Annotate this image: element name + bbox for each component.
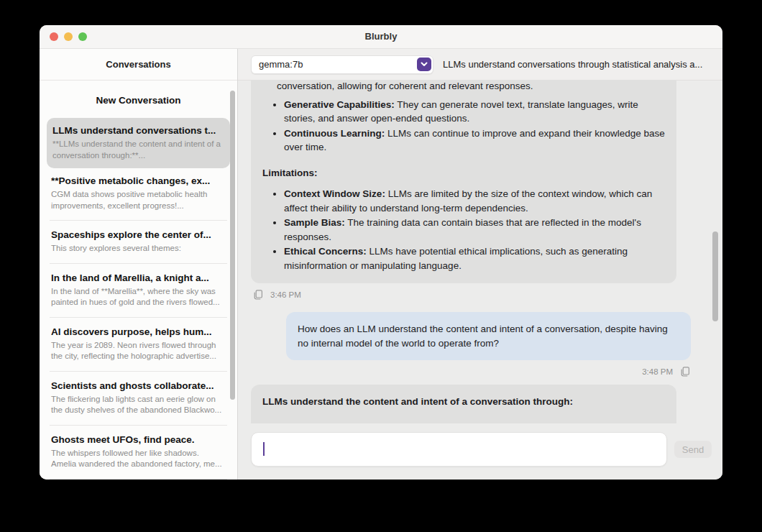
title-bar: Blurbly [40,25,722,49]
conversation-list: New Conversation LLMs understand convers… [40,81,237,480]
conversation-item-preview: CGM data shows positive metabolic health… [51,189,226,211]
divider [50,479,227,480]
message-bullet-list: Context Window Size: LLMs are limited by… [262,187,665,272]
conversation-item-title: Ghosts meet UFOs, find peace. [51,434,226,445]
conversation-item-title: **Positive metabolic changes, ex... [51,175,226,186]
divider [50,425,227,426]
conversation-item[interactable]: **Positive metabolic changes, ex...CGM d… [47,168,230,219]
copy-icon[interactable] [252,289,264,301]
conversation-item-preview: The flickering lab lights cast an eerie … [51,394,226,416]
chat-viewport: conversation, allowing for coherent and … [238,81,722,423]
chat-header: gemma:7b LLMs understand conversations t… [238,49,722,81]
message-bullet: Continuous Learning: LLMs can continue t… [284,127,665,155]
conversation-item[interactable]: AI discovers purpose, helps hum...The ye… [47,319,230,370]
divider [50,317,227,318]
conversation-item[interactable]: Spaceships explore the center of...This … [47,222,230,262]
message-group: conversation, allowing for coherent and … [251,81,708,301]
desktop: Blurbly Conversations New Conversation L… [0,0,762,532]
conversation-item-title: LLMs understand conversations t... [52,125,224,136]
main-pane: gemma:7b LLMs understand conversations t… [238,49,722,480]
window-title: Blurbly [40,25,722,48]
message-meta: 3:46 PM [252,289,707,301]
copy-icon[interactable] [679,366,691,377]
new-conversation-button[interactable]: New Conversation [92,94,185,106]
chevron-down-icon[interactable] [417,58,431,71]
message-heading: 1. Statistical Analysis: [262,421,665,424]
message-group: LLMs understand the content and intent o… [251,385,708,423]
message-input-wrap [251,432,667,467]
conversation-item-preview: In the land of **Marellia**, where the s… [51,286,226,308]
message-bubble-assistant: LLMs understand the content and intent o… [251,385,676,423]
message-heading: LLMs understand the content and intent o… [262,395,665,409]
message-bullet: Sample Bias: The training data can conta… [284,216,665,244]
composer: Send [238,423,722,480]
app-window: Blurbly Conversations New Conversation L… [40,25,722,480]
message-group: How does an LLM understand the content a… [251,312,708,377]
conversation-item-preview: The whispers followed her like shadows. … [51,448,226,470]
message-text: conversation, allowing for coherent and … [262,81,665,93]
model-select-value: gemma:7b [259,56,303,73]
message-input[interactable] [252,433,666,466]
timestamp: 3:46 PM [270,290,301,299]
divider [50,220,227,221]
conversation-item-preview: This story explores several themes: [51,243,226,254]
message-list: conversation, allowing for coherent and … [251,81,708,423]
sidebar: Conversations New Conversation LLMs unde… [40,49,238,480]
conversation-item[interactable]: Ghosts meet UFOs, find peace.The whisper… [47,427,230,477]
conversation-item-title: In the land of Marellia, a knight a... [51,272,226,283]
conversation-item[interactable]: LLMs understand conversations t...**LLMs… [47,118,230,168]
sidebar-title: Conversations [40,49,237,81]
message-bullet-list: Generative Capabilities: They can genera… [262,98,665,155]
sidebar-scrollbar[interactable] [230,91,235,400]
send-button[interactable]: Send [674,441,712,458]
divider [50,371,227,372]
message-bullet: Generative Capabilities: They can genera… [284,98,665,126]
conversation-item-title: AI discovers purpose, helps hum... [51,326,226,337]
message-heading: Limitations: [262,166,665,180]
timestamp: 3:48 PM [642,367,673,376]
chat-scrollbar[interactable] [712,231,718,321]
conversation-item-title: Spaceships explore the center of... [51,229,226,240]
message-bullet: Ethical Concerns: LLMs have potential et… [284,244,665,272]
text-cursor [263,442,265,456]
divider [50,263,227,264]
message-bullet: Context Window Size: LLMs are limited by… [284,187,665,215]
conversation-title: LLMs understand conversations through st… [443,59,702,70]
conversation-item-preview: **LLMs understand the content and intent… [52,139,224,161]
message-bubble-user: How does an LLM understand the content a… [286,312,691,360]
message-meta: 3:48 PM [252,366,691,377]
message-text: How does an LLM understand the content a… [298,322,679,350]
conversation-item-title: Scientists and ghosts collaborate... [51,380,226,391]
conversation-item[interactable]: Scientists and ghosts collaborate...The … [47,373,230,423]
conversation-item-preview: The year is 2089. Neon rivers flowed thr… [51,340,226,362]
conversation-item[interactable]: In the land of Marellia, a knight a...In… [47,265,230,316]
model-select[interactable]: gemma:7b [251,55,433,74]
message-bubble-assistant: conversation, allowing for coherent and … [251,81,676,283]
